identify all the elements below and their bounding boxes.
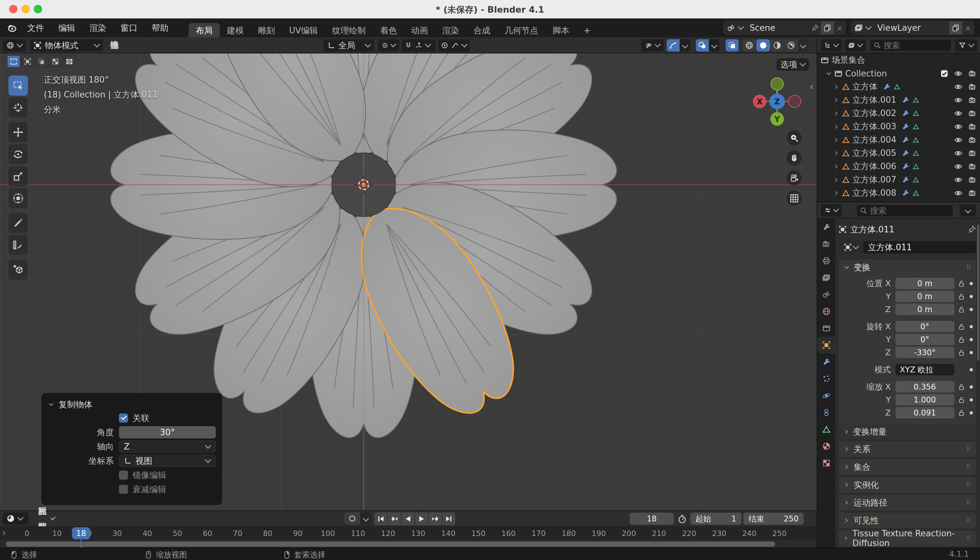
tab-constraints[interactable] (817, 404, 835, 421)
outliner-object-row[interactable]: 立方体.007 (817, 173, 980, 186)
shading-dropdown[interactable] (798, 39, 808, 52)
modifier-wrench-icon[interactable] (902, 163, 909, 170)
frame-end-field[interactable]: 结束250 (743, 513, 804, 525)
hide-eye-icon[interactable] (954, 122, 962, 131)
tool-scale[interactable] (8, 166, 28, 186)
animate-dot[interactable] (970, 282, 973, 285)
collapsed-panel[interactable]: 运动路径 ⠿ (839, 495, 976, 510)
properties-search-input[interactable] (856, 205, 953, 217)
properties-filter-dropdown[interactable] (820, 204, 842, 217)
workspace-tab[interactable]: 建模 (220, 23, 251, 37)
hide-eye-icon[interactable] (954, 69, 962, 78)
animate-dot[interactable] (970, 325, 973, 328)
operator-panel-header[interactable]: 复制物体 (48, 398, 216, 411)
tab-collection[interactable] (817, 320, 835, 337)
transform-value-field[interactable]: -330° (895, 347, 954, 358)
gizmos-dropdown[interactable] (680, 39, 690, 52)
gizmo-axis-neg-y[interactable] (771, 78, 783, 90)
new-viewlayer-button[interactable] (949, 22, 962, 34)
viewport-3d[interactable]: 正交顶视图 180°(18) Collection | 立方体.011分米 选项… (0, 53, 817, 510)
outliner-object-row[interactable]: 立方体.003 (817, 120, 980, 133)
timeline-ruler[interactable]: 0102030405060708090100110120130140150160… (0, 526, 817, 540)
mode-dropdown[interactable]: 物体模式 (30, 39, 103, 52)
tab-modifiers[interactable] (817, 353, 835, 370)
linked-checkbox[interactable] (119, 413, 128, 423)
outliner-filter-dropdown[interactable] (845, 39, 866, 52)
workspace-tab[interactable]: 几何节点 (497, 23, 545, 37)
object-id-icon[interactable] (839, 241, 863, 253)
current-frame-field[interactable]: 18 (630, 513, 674, 525)
play-reverse-button[interactable] (402, 512, 415, 525)
snapping-controls[interactable] (402, 39, 435, 52)
hide-eye-icon[interactable] (954, 149, 962, 158)
chevron-right-icon[interactable] (833, 177, 839, 183)
hide-eye-icon[interactable] (954, 162, 962, 171)
outliner-object-row[interactable]: 立方体.001 (817, 93, 980, 107)
modifier-wrench-icon[interactable] (902, 149, 909, 157)
tab-object-data[interactable] (817, 421, 835, 438)
scene-selector[interactable]: Scene (723, 21, 846, 35)
orientation-dropdown[interactable]: 视图 (119, 455, 216, 467)
collapsed-panel[interactable]: 集合 ⠿ (839, 459, 976, 475)
proportional-circle-icon[interactable] (441, 42, 448, 49)
outliner-object-row[interactable]: 立方体.002 (817, 107, 980, 120)
playhead-current-frame[interactable]: 18 (72, 527, 90, 539)
lock-icon[interactable] (958, 323, 965, 330)
viewport-menu-item[interactable]: 物体 (106, 37, 123, 53)
hide-eye-icon[interactable] (954, 176, 962, 184)
panel-grip[interactable]: ⠿ (966, 481, 972, 489)
disable-render-camera-icon[interactable] (968, 69, 977, 78)
disable-render-camera-icon[interactable] (968, 96, 977, 104)
animate-dot[interactable] (970, 385, 973, 388)
modifier-wrench-icon[interactable] (902, 189, 909, 197)
viewlayer-name[interactable]: ViewLayer (874, 23, 949, 33)
lock-icon[interactable] (958, 293, 965, 300)
hide-eye-icon[interactable] (954, 96, 962, 104)
region-expand-icon[interactable] (1, 530, 7, 536)
disable-render-camera-icon[interactable] (968, 176, 977, 184)
modifier-wrench-icon[interactable] (883, 83, 890, 91)
chevron-right-icon[interactable] (833, 163, 839, 170)
collapsed-panel[interactable]: 实例化 ⠿ (839, 477, 976, 493)
viewlayer-selector[interactable]: ViewLayer (851, 21, 974, 35)
disable-render-camera-icon[interactable] (968, 136, 977, 144)
workspace-tab[interactable]: 布局 (188, 23, 220, 37)
navigation-gizmo[interactable]: X Y Z (751, 75, 803, 127)
panel-grip[interactable]: ⠿ (966, 263, 972, 271)
overlays-dropdown[interactable] (709, 39, 720, 52)
animate-dot[interactable] (970, 398, 973, 402)
chevron-down-icon[interactable] (825, 70, 832, 77)
shading-rendered-button[interactable] (784, 39, 798, 52)
auto-key-dropdown[interactable] (360, 512, 372, 525)
workspace-tab[interactable]: 纹理绘制 (325, 23, 373, 37)
outliner-object-row[interactable]: 立方体.008 (817, 186, 980, 200)
menu-item[interactable]: 文件 (20, 18, 51, 37)
hide-eye-icon[interactable] (954, 83, 962, 91)
chevron-right-icon[interactable] (833, 83, 839, 90)
workspace-tab[interactable]: UV编辑 (282, 23, 325, 37)
collapsed-panel[interactable]: 可见性 ⠿ (839, 513, 976, 528)
select-mode-invert[interactable] (49, 55, 62, 67)
lock-icon[interactable] (958, 383, 965, 391)
scene-name[interactable]: Scene (746, 23, 809, 33)
hide-eye-icon[interactable] (954, 109, 962, 118)
hide-eye-icon[interactable] (954, 189, 962, 197)
shading-solid-button[interactable] (757, 39, 770, 52)
modifier-wrench-icon[interactable] (902, 96, 909, 104)
transform-value-field[interactable]: XYZ 欧拉 (895, 364, 954, 375)
workspace-tab[interactable]: 渲染 (435, 23, 466, 37)
mesh-data-icon[interactable] (913, 190, 919, 197)
transform-value-field[interactable]: 0.091 (895, 407, 954, 418)
menu-item[interactable]: 帮助 (145, 18, 176, 37)
transform-orientation-dropdown[interactable]: 全局 (323, 39, 374, 52)
chevron-right-icon[interactable] (833, 150, 839, 157)
show-object-types-dropdown[interactable] (641, 39, 664, 52)
select-mode-intersect[interactable] (63, 55, 76, 67)
magnet-icon[interactable] (405, 42, 412, 49)
next-keyframe-button[interactable] (429, 512, 442, 525)
select-mode-new[interactable] (7, 55, 20, 67)
modifier-wrench-icon[interactable] (902, 176, 909, 184)
tab-output[interactable] (817, 252, 835, 269)
tool-rotate[interactable] (8, 144, 28, 164)
animate-dot[interactable] (970, 351, 973, 354)
